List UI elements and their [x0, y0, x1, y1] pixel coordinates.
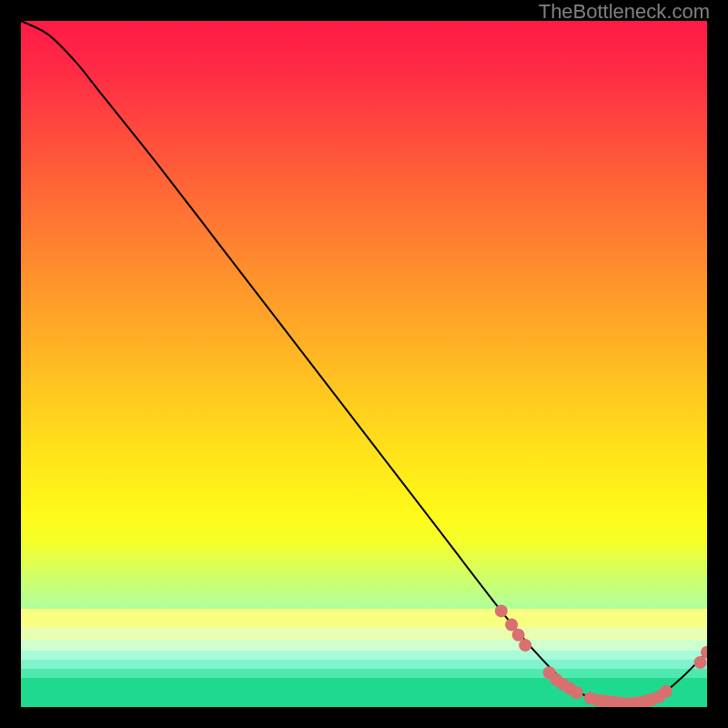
band-5	[21, 638, 707, 651]
data-point	[660, 685, 672, 698]
data-point	[495, 604, 508, 617]
band-6	[21, 625, 707, 640]
watermark-text: TheBottleneck.com	[539, 0, 710, 24]
data-point	[519, 639, 531, 652]
curve-line	[21, 21, 707, 703]
band-7	[21, 609, 707, 627]
chart-svg	[21, 21, 707, 707]
data-point	[571, 686, 583, 699]
chart-container: TheBottleneck.com	[0, 0, 728, 728]
main-curve	[21, 21, 707, 703]
